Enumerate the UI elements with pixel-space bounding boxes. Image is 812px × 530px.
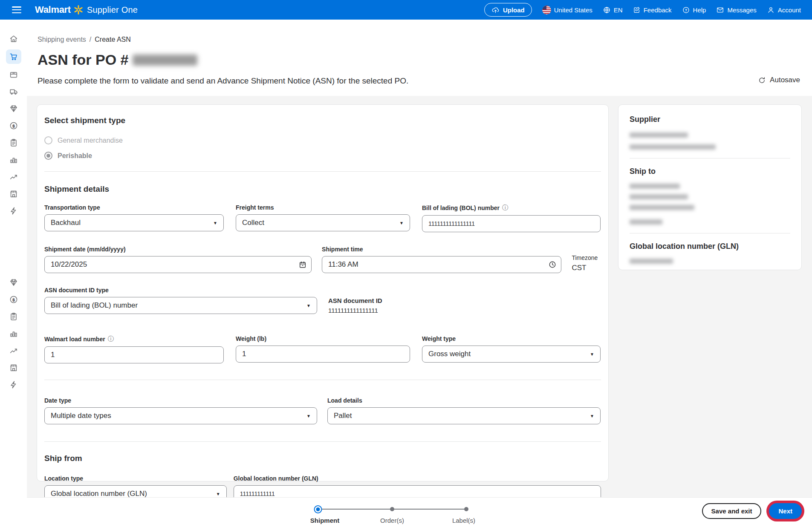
sidebar-item-shipping[interactable] xyxy=(6,85,21,98)
weight-input[interactable] xyxy=(236,346,410,363)
redacted-ship-to-line xyxy=(630,205,694,210)
timezone-block: Timezone CST xyxy=(572,246,601,273)
timezone-value: CST xyxy=(572,264,601,272)
summary-card: Supplier Ship to Global location number … xyxy=(618,104,802,270)
location-type-label: Location type xyxy=(44,475,227,482)
top-navbar: Walmart Supplier One Upload xyxy=(0,0,812,20)
asn-doc-id-type-label: ASN document ID type xyxy=(44,287,317,294)
country-selector[interactable]: United States xyxy=(542,6,592,14)
save-and-exit-button[interactable]: Save and exit xyxy=(702,503,762,519)
sidebar-item-marketplace[interactable] xyxy=(6,187,21,200)
sidebar-item-orders[interactable] xyxy=(6,49,21,64)
hamburger-menu-icon[interactable] xyxy=(12,6,21,13)
autosave-label: Autosave xyxy=(770,76,800,84)
store-icon xyxy=(9,363,18,372)
date-type-select[interactable]: Multiple date types ▼ xyxy=(44,407,317,424)
account-button[interactable]: Account xyxy=(767,6,801,14)
help-icon: ? xyxy=(682,6,690,14)
dollar-coin-icon: $ xyxy=(9,295,18,304)
sidebar-item-growth-2[interactable] xyxy=(6,344,21,357)
gem-icon xyxy=(9,104,18,113)
chevron-down-icon: ▼ xyxy=(590,352,594,357)
lightning-icon xyxy=(9,206,18,216)
radio-general-merchandise[interactable]: General merchandise xyxy=(44,136,601,144)
step-dot-shipment[interactable] xyxy=(314,505,322,513)
progress-stepper: Shipment Order(s) Label(s) xyxy=(316,505,468,527)
messages-button[interactable]: Messages xyxy=(716,6,756,14)
ship-to-heading: Ship to xyxy=(630,167,790,176)
walmart-load-number-input[interactable] xyxy=(44,346,224,363)
info-icon[interactable]: ⓘ xyxy=(108,335,114,343)
upload-button[interactable]: Upload xyxy=(484,3,532,17)
redacted-supplier-line xyxy=(630,144,716,150)
supplier-heading: Supplier xyxy=(630,115,790,124)
language-selector[interactable]: EN xyxy=(603,6,623,14)
account-label: Account xyxy=(778,6,801,14)
sidebar-item-reports-2[interactable] xyxy=(6,310,21,323)
breadcrumb: Shipping events / Create ASN xyxy=(38,36,131,43)
asn-doc-id-label: ASN document ID xyxy=(328,297,382,304)
bol-number-input[interactable] xyxy=(422,215,601,232)
sidebar-item-marketplace-2[interactable] xyxy=(6,361,21,374)
svg-text:$: $ xyxy=(12,297,15,302)
store-icon xyxy=(9,189,18,199)
shipment-time-input[interactable] xyxy=(322,256,561,273)
sidebar-item-growth[interactable] xyxy=(6,170,21,183)
redacted-po-number xyxy=(133,55,197,66)
transportation-type-select[interactable]: Backhaul ▼ xyxy=(44,214,224,231)
chevron-down-icon: ▼ xyxy=(306,414,311,418)
collapse-sidebar-button[interactable] xyxy=(6,504,21,516)
feedback-button[interactable]: Feedback xyxy=(633,6,672,14)
autosave-refresh-icon xyxy=(758,76,766,84)
shipment-details-heading: Shipment details xyxy=(44,184,601,194)
sidebar-item-items[interactable] xyxy=(6,68,21,81)
ship-from-gln-label: Global location number (GLN) xyxy=(234,475,601,482)
sidebar-item-rewards[interactable] xyxy=(6,102,21,115)
box-icon xyxy=(9,70,18,79)
radio-perishable[interactable]: Perishable xyxy=(44,152,601,160)
page-subtitle: Please complete the form to validate and… xyxy=(38,76,408,86)
sidebar-item-analytics-2[interactable] xyxy=(6,327,21,340)
asn-doc-id-type-select[interactable]: Bill of lading (BOL) number ▼ xyxy=(44,297,317,314)
summary-divider xyxy=(630,233,790,233)
sidebar-item-analytics[interactable] xyxy=(6,153,21,166)
step-dot-labels[interactable] xyxy=(464,505,468,511)
lightning-icon xyxy=(9,380,18,389)
load-details-select[interactable]: Pallet ▼ xyxy=(327,407,601,424)
walmart-spark-icon xyxy=(73,5,84,15)
breadcrumb-separator: / xyxy=(90,36,91,43)
us-flag-icon xyxy=(542,6,551,14)
chevron-down-icon: ▼ xyxy=(306,303,311,308)
info-icon[interactable]: ⓘ xyxy=(502,204,508,212)
weight-type-select[interactable]: Gross weight ▼ xyxy=(422,346,601,363)
trend-line-icon xyxy=(9,346,18,355)
step-dot-orders[interactable] xyxy=(390,505,394,511)
clipboard-icon xyxy=(9,312,18,321)
language-label: EN xyxy=(614,6,623,14)
sidebar-item-payments[interactable]: $ xyxy=(6,119,21,132)
autosave-button[interactable]: Autosave xyxy=(758,76,800,84)
section-divider xyxy=(44,171,601,172)
summary-gln-heading: Global location number (GLN) xyxy=(630,242,790,251)
help-button[interactable]: ? Help xyxy=(682,6,706,14)
next-button[interactable]: Next xyxy=(769,503,802,519)
breadcrumb-shipping-events[interactable]: Shipping events xyxy=(38,36,86,43)
sidebar-item-automation-2[interactable] xyxy=(6,378,21,391)
footer-bar: Shipment Order(s) Label(s) Save and exit… xyxy=(27,497,812,530)
upload-label: Upload xyxy=(503,6,525,14)
sidebar-item-reports[interactable] xyxy=(6,136,21,149)
svg-text:?: ? xyxy=(685,8,687,12)
main-content: Select shipment type General merchandise… xyxy=(27,96,812,497)
redacted-ship-to-line xyxy=(630,219,662,225)
sidebar-item-rewards-2[interactable] xyxy=(6,276,21,289)
bol-number-label: Bill of lading (BOL) number ⓘ xyxy=(422,204,601,212)
redacted-ship-to-line xyxy=(630,194,688,199)
gem-icon xyxy=(9,278,18,287)
sidebar-item-home[interactable] xyxy=(6,32,21,45)
shipment-date-label: Shipment date (mm/dd/yyyy) xyxy=(44,246,312,253)
sidebar-item-payments-2[interactable]: $ xyxy=(6,293,21,306)
sidebar-item-automation[interactable] xyxy=(6,205,21,217)
shipment-date-input[interactable] xyxy=(44,256,312,273)
freight-terms-select[interactable]: Collect ▼ xyxy=(236,214,410,231)
section-divider xyxy=(44,441,601,442)
